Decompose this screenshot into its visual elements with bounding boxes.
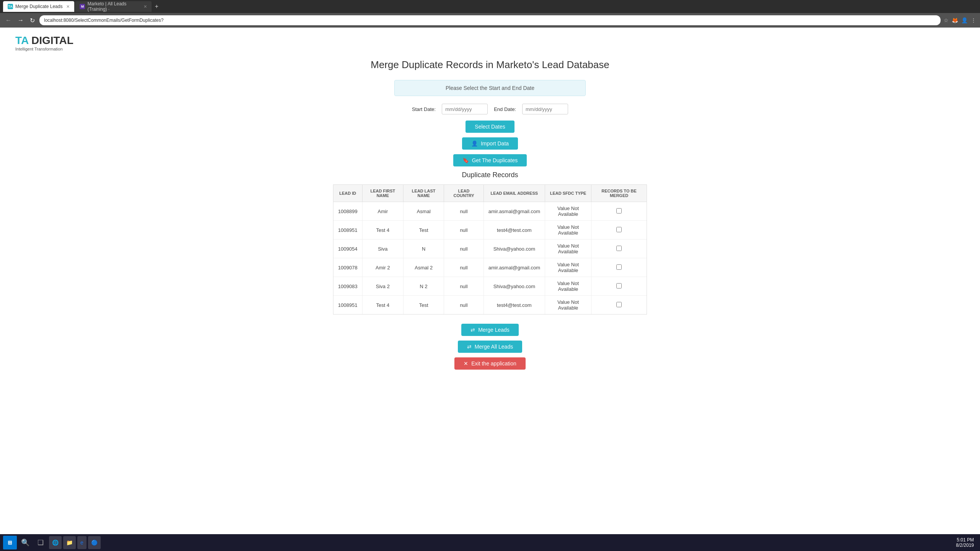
table-row: 1008899 Amir Asmal null amir.asmal@gmail…: [333, 202, 647, 221]
cell-country: null: [444, 240, 483, 258]
cell-checkbox[interactable]: [591, 277, 647, 296]
tab-marketo[interactable]: M Marketo | All Leads (Training) · ✕: [75, 1, 152, 12]
col-lead-id: LEAD ID: [333, 185, 362, 202]
cell-email: Shiva@yahoo.com: [483, 277, 545, 296]
duplicate-records-table-wrapper: LEAD ID LEAD FIRST NAME LEAD LAST NAME L…: [333, 184, 647, 315]
merge-checkbox[interactable]: [616, 283, 622, 289]
get-duplicates-button[interactable]: 🔖 Get The Duplicates: [453, 154, 527, 166]
cell-checkbox[interactable]: [591, 240, 647, 258]
browser-chrome: TA Merge Duplicate Leads ✕ M Marketo | A…: [0, 0, 980, 28]
back-button[interactable]: ←: [4, 16, 13, 24]
cell-checkbox[interactable]: [591, 221, 647, 240]
table-row: 1009078 Amir 2 Asmal 2 null amir.asmal@g…: [333, 258, 647, 277]
extension-icon[interactable]: 🦊: [952, 17, 958, 23]
table-row: 1008951 Test 4 Test null test4@test.com …: [333, 296, 647, 315]
cell-first-name: Test 4: [362, 221, 403, 240]
url-input[interactable]: [39, 15, 941, 25]
table-header: LEAD ID LEAD FIRST NAME LEAD LAST NAME L…: [333, 185, 647, 202]
new-tab-button[interactable]: +: [155, 3, 158, 10]
section-title: Duplicate Records: [15, 171, 965, 179]
start-date-label: Start Date:: [412, 106, 436, 112]
cell-sfdc-type: Value Not Available: [545, 296, 591, 315]
cell-lead-id: 1009083: [333, 277, 362, 296]
tab-merge-duplicate-leads[interactable]: TA Merge Duplicate Leads ✕: [3, 1, 74, 12]
start-date-input[interactable]: [442, 104, 488, 114]
cell-sfdc-type: Value Not Available: [545, 258, 591, 277]
cell-last-name: N: [403, 240, 444, 258]
tab-close-1[interactable]: ✕: [66, 4, 70, 9]
import-data-container: 👤 Import Data: [15, 137, 965, 150]
end-date-input[interactable]: [522, 104, 568, 114]
end-date-label: End Date:: [494, 106, 516, 112]
cell-lead-id: 1008951: [333, 221, 362, 240]
tab-close-2[interactable]: ✕: [144, 4, 147, 9]
merge-checkbox[interactable]: [616, 302, 622, 307]
exit-icon: ✕: [464, 360, 468, 367]
merge-all-leads-container: ⇄ Merge All Leads: [15, 341, 965, 353]
logo-ta: TA DIGITAL: [15, 35, 965, 46]
get-duplicates-container: 🔖 Get The Duplicates: [15, 154, 965, 166]
cell-email: test4@test.com: [483, 221, 545, 240]
star-icon[interactable]: ☆: [944, 17, 949, 23]
cell-last-name: Asmal: [403, 202, 444, 221]
col-lead-first-name: LEAD FIRST NAME: [362, 185, 403, 202]
cell-email: amir.asmal@gmail.com: [483, 258, 545, 277]
cell-last-name: Test: [403, 296, 444, 315]
cell-sfdc-type: Value Not Available: [545, 221, 591, 240]
table-row: 1009083 Siva 2 N 2 null Shiva@yahoo.com …: [333, 277, 647, 296]
cell-email: test4@test.com: [483, 296, 545, 315]
logo-area: TA DIGITAL Intelligent Transformation: [15, 35, 965, 51]
cell-country: null: [444, 202, 483, 221]
cell-checkbox[interactable]: [591, 202, 647, 221]
merge-all-leads-label: Merge All Leads: [475, 344, 513, 350]
cell-sfdc-type: Value Not Available: [545, 202, 591, 221]
logo-digital-text: DIGITAL: [31, 34, 74, 46]
select-dates-button[interactable]: Select Dates: [466, 121, 514, 133]
merge-checkbox[interactable]: [616, 208, 622, 214]
refresh-button[interactable]: ↻: [28, 16, 36, 25]
cell-lead-id: 1008951: [333, 296, 362, 315]
cell-checkbox[interactable]: [591, 296, 647, 315]
select-dates-label: Select Dates: [475, 124, 505, 130]
get-duplicates-label: Get The Duplicates: [472, 157, 518, 163]
merge-leads-button[interactable]: ⇄ Merge Leads: [461, 324, 519, 336]
cell-last-name: N 2: [403, 277, 444, 296]
cell-first-name: Amir 2: [362, 258, 403, 277]
merge-checkbox[interactable]: [616, 246, 622, 251]
table-row: 1008951 Test 4 Test null test4@test.com …: [333, 221, 647, 240]
cell-lead-id: 1008899: [333, 202, 362, 221]
merge-checkbox[interactable]: [616, 264, 622, 270]
cell-last-name: Asmal 2: [403, 258, 444, 277]
import-data-button[interactable]: 👤 Import Data: [462, 137, 518, 150]
merge-all-leads-button[interactable]: ⇄ Merge All Leads: [458, 341, 522, 353]
browser-tabs: TA Merge Duplicate Leads ✕ M Marketo | A…: [0, 0, 980, 13]
cell-email: amir.asmal@gmail.com: [483, 202, 545, 221]
cell-checkbox[interactable]: [591, 258, 647, 277]
merge-checkbox[interactable]: [616, 227, 622, 232]
duplicates-icon: 🔖: [462, 157, 469, 163]
page-content: TA DIGITAL Intelligent Transformation Me…: [0, 28, 980, 534]
col-records-to-merge: RECORDS TO BE MERGED: [591, 185, 647, 202]
col-lead-country: LEAD COUNTRY: [444, 185, 483, 202]
cell-sfdc-type: Value Not Available: [545, 277, 591, 296]
tab-label-2: Marketo | All Leads (Training) ·: [87, 1, 140, 12]
info-banner: Please Select the Start and End Date: [394, 80, 586, 96]
cell-last-name: Test: [403, 221, 444, 240]
menu-icon[interactable]: ⋮: [971, 17, 976, 23]
cell-country: null: [444, 221, 483, 240]
tab-favicon-ta: TA: [8, 4, 13, 9]
forward-button[interactable]: →: [16, 16, 25, 24]
cell-lead-id: 1009078: [333, 258, 362, 277]
cell-sfdc-type: Value Not Available: [545, 240, 591, 258]
cell-first-name: Siva: [362, 240, 403, 258]
exit-label: Exit the application: [471, 360, 516, 367]
user-icon[interactable]: 👤: [961, 17, 968, 23]
logo-subtitle: Intelligent Transformation: [15, 47, 965, 51]
exit-button[interactable]: ✕ Exit the application: [454, 357, 526, 370]
col-lead-last-name: LEAD LAST NAME: [403, 185, 444, 202]
merge-all-leads-icon: ⇄: [467, 344, 472, 350]
col-lead-sfdc-type: LEAD SFDC TYPE: [545, 185, 591, 202]
cell-first-name: Amir: [362, 202, 403, 221]
merge-leads-container: ⇄ Merge Leads: [15, 324, 965, 336]
cell-country: null: [444, 296, 483, 315]
